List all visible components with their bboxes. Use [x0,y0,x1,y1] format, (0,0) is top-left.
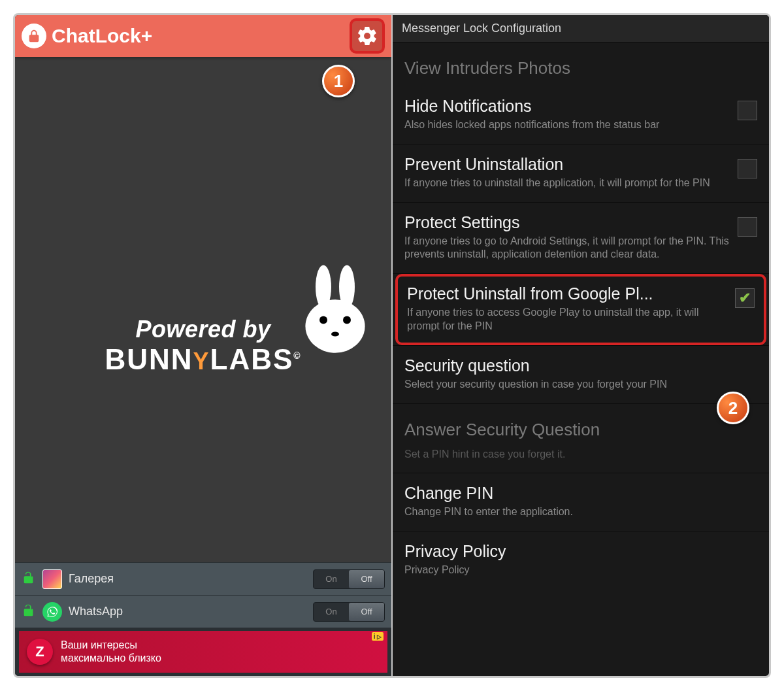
app-label: Галерея [69,572,306,586]
checkbox[interactable] [738,101,757,120]
screen-right-settings: Messenger Lock Configuration View Intrud… [393,15,769,676]
item-privacy-policy[interactable]: Privacy Policy Privacy Policy [393,531,769,589]
item-protect-google-play[interactable]: Protect Uninstall from Google Pl... If a… [395,274,766,345]
item-title: Privacy Policy [404,542,757,561]
settings-header: Messenger Lock Configuration [393,15,769,42]
item-title: Prevent Uninstallation [404,155,730,174]
ad-banner[interactable]: Z Ваши интересы максимально близко i [15,628,391,676]
svg-point-4 [343,316,351,324]
toggle-off[interactable]: Off [349,603,384,621]
item-desc: Privacy Policy [404,564,757,577]
step-badge-2: 2 [717,392,749,424]
app-title: ChatLock+ [52,25,152,47]
unlock-icon [22,603,36,620]
adchoices-icon[interactable]: i [372,632,384,641]
item-desc: Set a PIN hint in case you forget it. [404,448,757,462]
ad-logo-icon: Z [27,639,53,665]
step-badge-1: 1 [322,65,355,97]
item-title: Protect Settings [404,213,730,232]
lock-icon [22,24,46,48]
svg-point-3 [319,316,327,324]
item-desc: Change PIN to enter the application. [404,505,757,519]
item-protect-settings[interactable]: Protect Settings If anyone tries to go t… [393,203,769,275]
carrot-icon: Y [193,348,210,375]
app-row-whatsapp[interactable]: WhatsApp On Off [15,595,391,628]
toggle-on[interactable]: On [314,603,349,621]
item-change-pin[interactable]: Change PIN Change PIN to enter the appli… [393,473,769,531]
item-desc: Also hides locked apps notifications fro… [404,118,730,132]
item-desc: If anyone tries to access Google Play to… [407,306,727,333]
settings-button[interactable] [350,18,385,54]
item-prevent-uninstall[interactable]: Prevent Uninstallation If anyone tries t… [393,144,769,203]
toggle-switch[interactable]: On Off [313,569,385,589]
screen-left-chatlock: ChatLock+ 1 Powered by BUNNYLABS© [15,15,393,676]
item-desc: If anyone tries to go to Android Setting… [404,235,730,262]
item-title: Hide Notifications [404,97,730,116]
ad-text: Ваши интересы максимально близко [61,639,161,665]
svg-point-2 [305,299,365,353]
gear-icon [356,25,378,47]
item-title: Security question [404,356,757,375]
checkbox[interactable] [738,159,757,178]
whatsapp-app-icon [42,602,62,622]
item-title: Change PIN [404,484,757,503]
settings-list[interactable]: View Intruders Photos Hide Notifications… [393,42,769,589]
section-intruders[interactable]: View Intruders Photos [393,42,769,86]
toggle-on[interactable]: On [314,570,349,588]
brand-text: BUNNYLABS© [105,343,301,376]
unlock-icon [22,571,36,588]
checkbox[interactable] [735,288,755,308]
bottom-area: Галерея On Off WhatsApp On Off [15,562,391,676]
checkbox[interactable] [738,217,757,237]
app-label: WhatsApp [69,605,306,618]
composite-frame: ChatLock+ 1 Powered by BUNNYLABS© [13,13,771,678]
app-topbar: ChatLock+ [15,15,391,57]
app-row-gallery[interactable]: Галерея On Off [15,562,391,595]
gallery-app-icon [42,569,62,589]
item-hide-notifications[interactable]: Hide Notifications Also hides locked app… [393,86,769,144]
item-title: Protect Uninstall from Google Pl... [407,284,727,303]
section-answer: Answer Security Question [393,404,769,448]
item-security-question[interactable]: Security question Select your security q… [393,345,769,404]
svg-point-5 [331,331,339,336]
item-desc: If anyone tries to uninstall the applica… [404,177,730,190]
toggle-switch[interactable]: On Off [313,602,385,622]
item-desc: Select your security question in case yo… [404,378,757,392]
item-answer-security: Set a PIN hint in case you forget it. [393,448,769,474]
bunny-icon [300,263,378,358]
toggle-off[interactable]: Off [349,570,384,588]
